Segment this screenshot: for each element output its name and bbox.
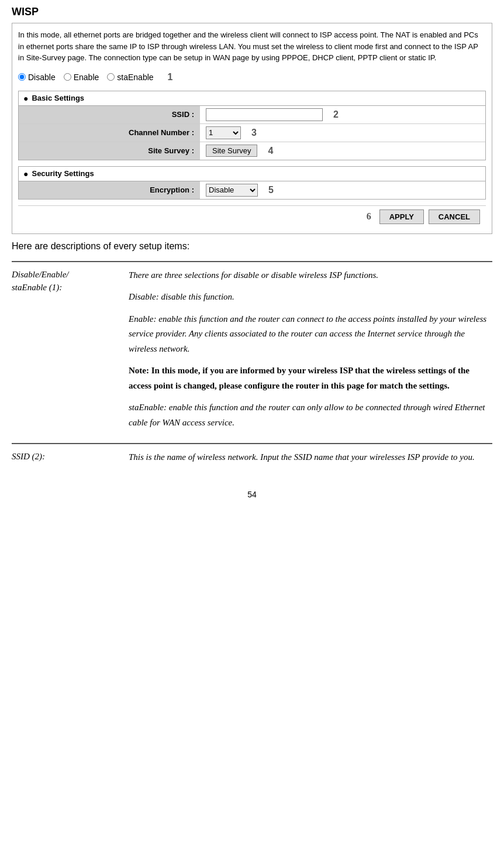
site-survey-label: Site Survey : — [19, 142, 200, 160]
radio-disable[interactable]: Disable — [18, 73, 56, 82]
step-3-indicator: 3 — [251, 128, 257, 138]
radio-staenable-label: staEnable — [117, 73, 153, 82]
step-6-indicator: 6 — [367, 211, 371, 222]
radio-staenable[interactable]: staEnable — [107, 73, 153, 82]
radio-disable-label: Disable — [28, 73, 56, 82]
desc-row-2: SSID (2): This is the name of wireless n… — [12, 444, 492, 478]
step-2-indicator: 2 — [333, 109, 339, 120]
mode-radio-row: Disable Enable staEnable 1 — [18, 72, 486, 83]
step-5-indicator: 5 — [268, 185, 274, 195]
step-1-indicator: 1 — [168, 72, 173, 83]
step-4-indicator: 4 — [268, 146, 273, 156]
desc-def-1-note: Note: In this mode, if you are informed … — [129, 363, 492, 393]
channel-label: Channel Number : — [19, 124, 200, 142]
cancel-button[interactable]: CANCEL — [429, 209, 480, 224]
desc-def-2: This is the name of wireless network. In… — [129, 444, 492, 478]
radio-enable[interactable]: Enable — [64, 73, 99, 82]
ssid-value: 2 — [200, 106, 485, 123]
page-number: 54 — [12, 490, 492, 499]
security-settings-panel: ● Security Settings Encryption : Disable… — [18, 166, 486, 200]
site-survey-row: Site Survey : Site Survey 4 — [19, 142, 485, 160]
apply-button[interactable]: APPLY — [379, 209, 424, 224]
page-title: WISP — [12, 6, 492, 18]
desc-def-1-para1: There are three selections for disable o… — [129, 268, 492, 283]
radio-staenable-input[interactable] — [107, 73, 115, 81]
encryption-select[interactable]: Disable WEP WPA-PSK WPA2-PSK — [206, 184, 258, 197]
encryption-label: Encryption : — [19, 181, 200, 199]
site-survey-button[interactable]: Site Survey — [206, 145, 257, 157]
desc-row-1: Disable/Enable/staEnable (1): There are … — [12, 262, 492, 444]
ssid-input[interactable] — [206, 108, 323, 121]
descriptions-table: Disable/Enable/staEnable (1): There are … — [12, 261, 492, 478]
ssid-row: SSID : 2 — [19, 106, 485, 124]
site-survey-value: Site Survey 4 — [200, 142, 485, 159]
desc-term-2: SSID (2): — [12, 444, 129, 478]
descriptions-intro: Here are descriptions of every setup ite… — [12, 241, 492, 252]
channel-row: Channel Number : 1234 5678 910111213 3 — [19, 124, 485, 142]
security-settings-title: Security Settings — [32, 169, 94, 178]
basic-settings-bullet: ● — [23, 94, 28, 103]
security-settings-bullet: ● — [23, 169, 28, 178]
radio-enable-input[interactable] — [64, 73, 71, 81]
basic-settings-header: ● Basic Settings — [19, 91, 485, 106]
ssid-label: SSID : — [19, 106, 200, 123]
desc-def-1: There are three selections for disable o… — [129, 262, 492, 444]
desc-def-1-para3: Enable: enable this function and the rou… — [129, 312, 492, 357]
radio-enable-label: Enable — [74, 73, 99, 82]
channel-value: 1234 5678 910111213 3 — [200, 124, 485, 142]
wisp-description: In this mode, all ethernet ports are bri… — [18, 29, 486, 64]
desc-term-1: Disable/Enable/staEnable (1): — [12, 262, 129, 444]
basic-settings-panel: ● Basic Settings SSID : 2 Channel Number… — [18, 91, 486, 160]
encryption-value: Disable WEP WPA-PSK WPA2-PSK 5 — [200, 181, 485, 199]
radio-disable-input[interactable] — [18, 73, 26, 81]
basic-settings-title: Basic Settings — [32, 94, 84, 102]
desc-def-1-para4: staEnable: enable this function and the … — [129, 400, 492, 430]
encryption-row: Encryption : Disable WEP WPA-PSK WPA2-PS… — [19, 181, 485, 199]
channel-select[interactable]: 1234 5678 910111213 — [206, 126, 241, 139]
security-settings-header: ● Security Settings — [19, 167, 485, 181]
action-buttons-row: 6 APPLY CANCEL — [18, 205, 486, 228]
desc-def-2-para1: This is the name of wireless network. In… — [129, 450, 492, 465]
wisp-panel: In this mode, all ethernet ports are bri… — [12, 23, 492, 234]
desc-def-1-para2: Disable: disable this function. — [129, 290, 492, 305]
